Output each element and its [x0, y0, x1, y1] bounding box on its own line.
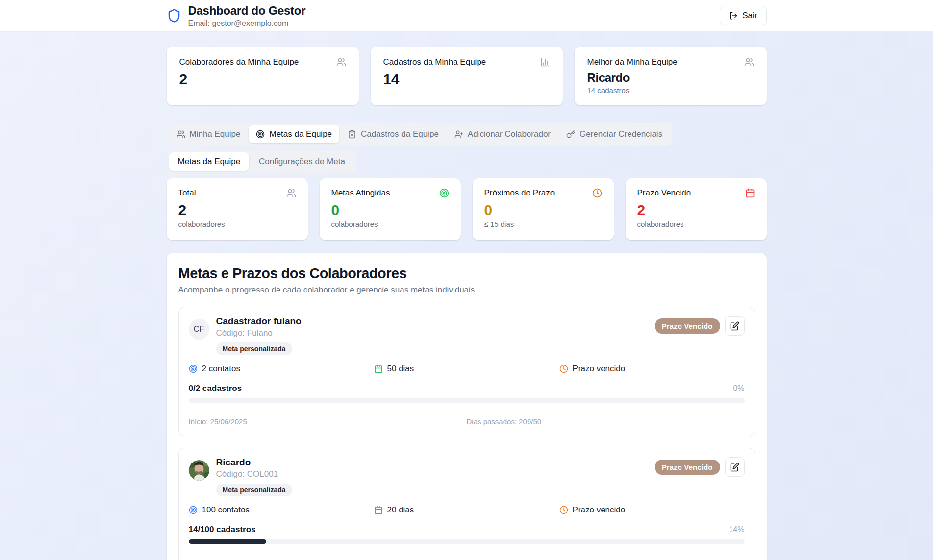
clock-icon [559, 365, 568, 373]
panel-title: Metas e Prazos dos Colaboradores [178, 266, 755, 282]
metric-label: Próximos do Prazo [484, 188, 555, 198]
tab-label: Minha Equipe [190, 129, 241, 139]
stat-card-cadastros: Cadastros da Minha Equipe 14 [371, 47, 563, 105]
app-brand: Dashboard do Gestor Email: gestor@exempl… [167, 4, 306, 28]
contacts-value: 100 contatos [202, 505, 250, 515]
users-icon [286, 188, 296, 198]
days-value: 50 dias [387, 364, 414, 374]
progress-label: 14/100 cadastros [189, 525, 256, 535]
deadline-stat: Prazo vencido [559, 364, 745, 374]
days-passed: Dias passados: 209/50 [467, 417, 745, 426]
metric-card-metas-atingidas: Metas Atingidas 0 colaboradores [320, 178, 461, 240]
stat-value: 2 [179, 71, 346, 88]
clock-icon [592, 188, 602, 198]
target-icon [189, 365, 198, 373]
collaborator-card-cadastrador-fulano: CF Cadastrador fulano Código: Fulano Met… [178, 307, 755, 436]
top-header: Dashboard do Gestor Email: gestor@exempl… [0, 0, 933, 32]
tab-gerenciar-credenciais[interactable]: Gerenciar Credenciais [559, 125, 670, 143]
status-badge: Prazo Vencido [655, 460, 720, 475]
stat-card-colaboradores: Colaboradores da Minha Equipe 2 [167, 47, 359, 105]
stat-label: Colaboradores da Minha Equipe [179, 57, 299, 67]
logout-label: Sair [742, 11, 757, 21]
days-value: 20 dias [387, 505, 414, 515]
contacts-stat: 100 contatos [189, 505, 374, 515]
meta-personalizada-badge: Meta personalizada [216, 484, 292, 496]
main-content: Colaboradores da Minha Equipe 2 Cadastro… [166, 47, 768, 560]
stat-value: 14 [383, 71, 550, 88]
calendar-icon [745, 188, 755, 198]
subtab-configuracoes-de-meta[interactable]: Configurações de Meta [250, 152, 354, 171]
metric-label: Prazo Vencido [637, 188, 691, 198]
metric-caption: colaboradores [637, 220, 755, 228]
days-stat: 20 dias [374, 505, 559, 515]
metric-card-proximos-do-prazo: Próximos do Prazo 0 ≤ 15 dias [473, 178, 614, 240]
deadline-value: Prazo vencido [573, 364, 626, 374]
metric-label: Total [178, 188, 196, 198]
metric-value: 2 [178, 202, 296, 219]
avatar: CF [189, 319, 209, 340]
deadline-stat: Prazo vencido [559, 505, 745, 515]
stat-label: Melhor da Minha Equipe [587, 57, 678, 67]
logout-button[interactable]: Sair [720, 6, 766, 25]
edit-icon [730, 463, 739, 472]
progress-percent: 14% [729, 525, 744, 534]
page-title: Dashboard do Gestor [188, 4, 306, 18]
users-icon [336, 57, 346, 67]
start-date: Início: 25/06/2025 [189, 417, 467, 426]
stat-card-melhor: Melhor da Minha Equipe Ricardo 14 cadast… [575, 47, 767, 105]
metric-caption: ≤ 15 dias [484, 220, 602, 228]
target-icon [439, 188, 449, 198]
tab-minha-equipe[interactable]: Minha Equipe [169, 125, 248, 143]
stats-row: Colaboradores da Minha Equipe 2 Cadastro… [167, 47, 767, 105]
metric-card-total: Total 2 colaboradores [167, 178, 308, 240]
bar-chart-icon [540, 57, 550, 67]
stat-label: Cadastros da Minha Equipe [383, 57, 486, 67]
target-icon [256, 130, 265, 139]
tab-cadastros-da-equipe[interactable]: Cadastros da Equipe [340, 125, 446, 143]
metric-caption: colaboradores [331, 220, 449, 228]
key-icon [566, 130, 575, 139]
calendar-icon [374, 506, 383, 514]
tab-label: Adicionar Colaborador [468, 129, 551, 139]
status-badge: Prazo Vencido [655, 318, 720, 334]
profile-photo [189, 460, 209, 481]
user-email: Email: gestor@exemplo.com [188, 19, 306, 28]
progress-bar [189, 398, 745, 403]
tab-metas-da-equipe[interactable]: Metas da Equipe [249, 125, 339, 143]
progress-bar [189, 539, 745, 544]
clock-icon [559, 506, 568, 514]
avatar-initials: CF [194, 325, 204, 334]
clipboard-icon [348, 130, 356, 139]
meta-personalizada-badge: Meta personalizada [216, 342, 292, 355]
metric-value: 0 [331, 202, 449, 219]
days-stat: 50 dias [374, 364, 559, 374]
tab-label: Cadastros da Equipe [361, 129, 439, 139]
tab-label: Metas da Equipe [269, 129, 332, 139]
tab-adicionar-colaborador[interactable]: Adicionar Colaborador [447, 125, 558, 143]
sub-tabs: Metas da Equipe Configurações de Meta [167, 150, 356, 173]
metas-panel: Metas e Prazos dos Colaboradores Acompan… [167, 253, 767, 560]
tab-label: Gerenciar Credenciais [580, 129, 662, 139]
edit-goal-button[interactable] [725, 316, 745, 336]
shield-icon [167, 8, 181, 23]
users-icon [177, 130, 185, 139]
metrics-row: Total 2 colaboradores Metas Atingidas 0 … [167, 178, 767, 240]
metric-label: Metas Atingidas [331, 188, 390, 198]
collaborator-code: Código: Fulano [216, 328, 302, 338]
panel-subtitle: Acompanhe o progresso de cada colaborado… [178, 285, 755, 295]
user-plus-icon [454, 130, 463, 139]
progress-percent: 0% [733, 384, 744, 393]
subtab-metas-da-equipe[interactable]: Metas da Equipe [169, 152, 250, 171]
metric-value: 0 [484, 202, 602, 219]
progress-bar-fill [189, 539, 267, 544]
calendar-icon [374, 365, 383, 373]
users-icon [744, 57, 754, 67]
collaborator-name: Cadastrador fulano [216, 316, 302, 327]
edit-goal-button[interactable] [725, 457, 745, 477]
metric-caption: colaboradores [178, 220, 296, 228]
avatar-photo [189, 460, 209, 481]
metric-card-prazo-vencido: Prazo Vencido 2 colaboradores [626, 178, 767, 240]
edit-icon [730, 321, 739, 331]
progress-label: 0/2 cadastros [189, 384, 242, 393]
collaborator-card-ricardo: Ricardo Código: COL001 Meta personalizad… [178, 448, 755, 560]
